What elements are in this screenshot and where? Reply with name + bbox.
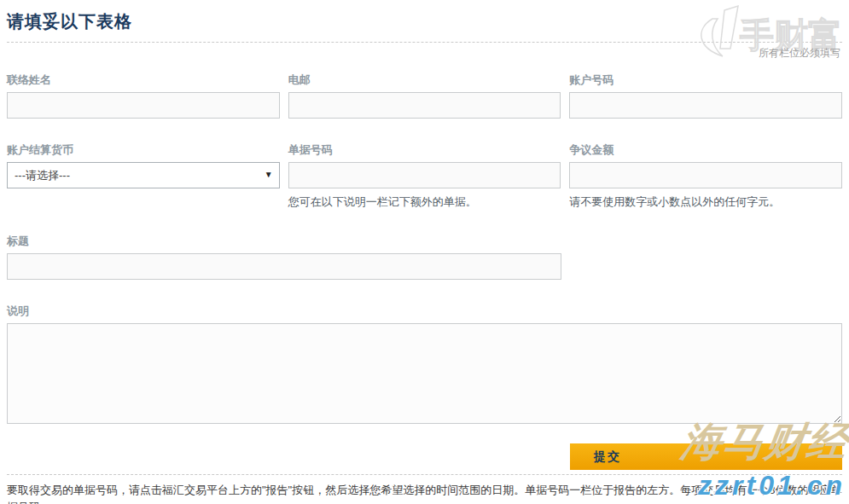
submit-button[interactable]: 提交 xyxy=(570,443,842,470)
email-field[interactable] xyxy=(288,92,561,119)
contact-name-field-group: 联络姓名 xyxy=(7,72,280,119)
account-number-field-group: 账户号码 xyxy=(569,72,842,119)
currency-select-wrap: ---请选择--- ▼ xyxy=(7,162,280,188)
ticket-instructions-note: 要取得交易的单据号码，请点击福汇交易平台上方的"报告"按钮，然后选择您希望选择的… xyxy=(7,482,842,504)
email-field-group: 电邮 xyxy=(288,72,561,119)
dispute-amount-field-group: 争议金额 请不要使用数字或小数点以外的任何字元。 xyxy=(569,142,842,210)
account-currency-label: 账户结算货币 xyxy=(7,142,280,158)
dispute-amount-input[interactable] xyxy=(569,162,842,188)
email-label: 电邮 xyxy=(288,72,561,88)
description-label: 说明 xyxy=(7,304,842,319)
form-row-3: 标题 xyxy=(7,234,842,280)
currency-select[interactable]: ---请选择--- xyxy=(7,162,280,188)
account-number-input[interactable] xyxy=(569,92,842,119)
form-row-4: 说明 xyxy=(7,304,842,427)
form-row-2: 账户结算货币 ---请选择--- ▼ 单据号码 您可在以下说明一栏记下额外的单据… xyxy=(7,142,842,210)
footer-divider xyxy=(7,474,842,475)
ticket-number-label: 单据号码 xyxy=(288,142,561,158)
form-row-1: 联络姓名 电邮 账户号码 xyxy=(7,72,842,119)
page-title: 请填妥以下表格 xyxy=(7,10,842,33)
subject-input[interactable] xyxy=(7,253,561,280)
account-currency-field-group: 账户结算货币 ---请选择--- ▼ xyxy=(7,142,280,210)
dispute-amount-label: 争议金额 xyxy=(569,142,842,158)
required-fields-note: 所有栏位必须填写 xyxy=(7,46,842,61)
description-textarea[interactable] xyxy=(7,323,842,424)
dispute-form: 联络姓名 电邮 账户号码 账户结算货币 ---请选择--- ▼ xyxy=(7,72,842,470)
contact-name-input[interactable] xyxy=(7,92,280,119)
ticket-number-hint: 您可在以下说明一栏记下额外的单据。 xyxy=(288,194,561,210)
ticket-number-field-group: 单据号码 您可在以下说明一栏记下额外的单据。 xyxy=(288,142,561,210)
subject-label: 标题 xyxy=(7,234,561,249)
dispute-amount-hint: 请不要使用数字或小数点以外的任何字元。 xyxy=(569,194,842,210)
description-field-group: 说明 xyxy=(7,304,842,427)
form-page: 手财富 请填妥以下表格 所有栏位必须填写 联络姓名 电邮 账户号码 账户结算货币 xyxy=(0,0,849,504)
title-divider xyxy=(7,42,842,43)
subject-field-group: 标题 xyxy=(7,234,561,280)
submit-row: 提交 xyxy=(7,443,842,470)
ticket-number-input[interactable] xyxy=(288,162,561,188)
account-number-label: 账户号码 xyxy=(569,72,842,88)
contact-name-label: 联络姓名 xyxy=(7,72,280,88)
